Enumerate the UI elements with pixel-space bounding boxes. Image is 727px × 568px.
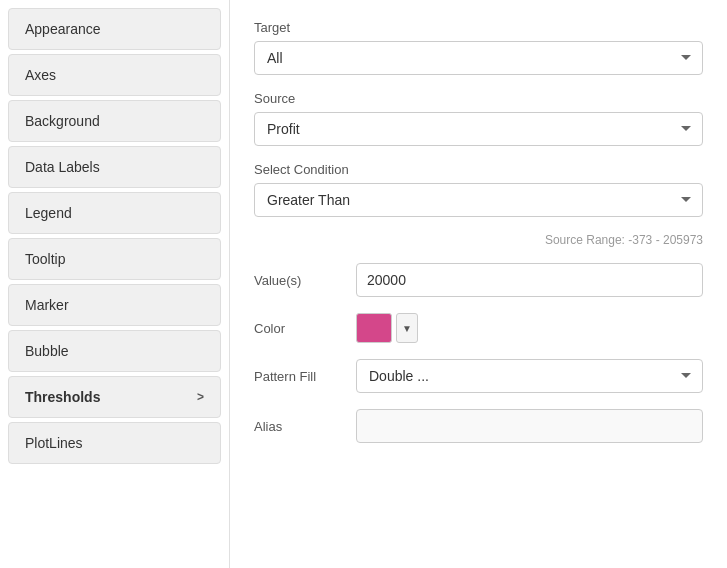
- color-picker: ▼: [356, 313, 418, 343]
- sidebar-item-marker[interactable]: Marker: [8, 284, 221, 326]
- sidebar-item-legend[interactable]: Legend: [8, 192, 221, 234]
- alias-label: Alias: [254, 419, 344, 434]
- sidebar-item-label-bubble: Bubble: [25, 343, 69, 359]
- sidebar-item-label-legend: Legend: [25, 205, 72, 221]
- sidebar-item-label-data-labels: Data Labels: [25, 159, 100, 175]
- sidebar-item-tooltip[interactable]: Tooltip: [8, 238, 221, 280]
- condition-group: Select Condition Greater ThanLess ThanEq…: [254, 162, 703, 217]
- sidebar-item-arrow-thresholds: >: [197, 390, 204, 404]
- condition-select[interactable]: Greater ThanLess ThanEqual ToBetween: [254, 183, 703, 217]
- sidebar-item-axes[interactable]: Axes: [8, 54, 221, 96]
- sidebar-item-label-thresholds: Thresholds: [25, 389, 100, 405]
- sidebar-item-label-tooltip: Tooltip: [25, 251, 65, 267]
- sidebar-item-label-marker: Marker: [25, 297, 69, 313]
- main-content: Target AllSeries 1Series 2 Source Profit…: [230, 0, 727, 568]
- sidebar-item-label-background: Background: [25, 113, 100, 129]
- target-group: Target AllSeries 1Series 2: [254, 20, 703, 75]
- sidebar: AppearanceAxesBackgroundData LabelsLegen…: [0, 0, 230, 568]
- alias-input[interactable]: [356, 409, 703, 443]
- sidebar-item-label-axes: Axes: [25, 67, 56, 83]
- color-dropdown-button[interactable]: ▼: [396, 313, 418, 343]
- source-select[interactable]: ProfitSalesRevenue: [254, 112, 703, 146]
- color-swatch[interactable]: [356, 313, 392, 343]
- values-input[interactable]: [356, 263, 703, 297]
- color-row: Color ▼: [254, 313, 703, 343]
- sidebar-item-bubble[interactable]: Bubble: [8, 330, 221, 372]
- target-label: Target: [254, 20, 703, 35]
- sidebar-item-appearance[interactable]: Appearance: [8, 8, 221, 50]
- target-select[interactable]: AllSeries 1Series 2: [254, 41, 703, 75]
- source-group: Source ProfitSalesRevenue: [254, 91, 703, 146]
- pattern-fill-label: Pattern Fill: [254, 369, 344, 384]
- sidebar-item-data-labels[interactable]: Data Labels: [8, 146, 221, 188]
- values-label: Value(s): [254, 273, 344, 288]
- color-dropdown-arrow: ▼: [402, 323, 412, 334]
- sidebar-item-label-plotlines: PlotLines: [25, 435, 83, 451]
- source-label: Source: [254, 91, 703, 106]
- sidebar-item-plotlines[interactable]: PlotLines: [8, 422, 221, 464]
- pattern-fill-row: Pattern Fill Double ...SingleNone: [254, 359, 703, 393]
- color-label: Color: [254, 321, 344, 336]
- pattern-fill-select[interactable]: Double ...SingleNone: [356, 359, 703, 393]
- sidebar-item-background[interactable]: Background: [8, 100, 221, 142]
- values-row: Value(s): [254, 263, 703, 297]
- sidebar-item-label-appearance: Appearance: [25, 21, 101, 37]
- source-range: Source Range: -373 - 205973: [254, 233, 703, 247]
- alias-row: Alias: [254, 409, 703, 443]
- sidebar-item-thresholds[interactable]: Thresholds>: [8, 376, 221, 418]
- condition-label: Select Condition: [254, 162, 703, 177]
